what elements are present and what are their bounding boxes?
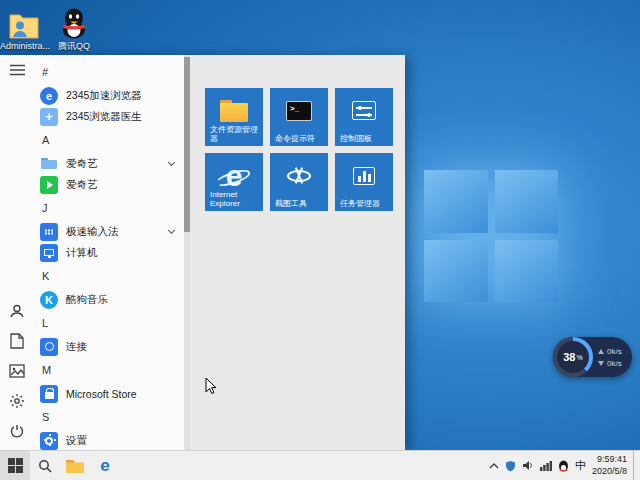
qq-penguin-icon (50, 6, 98, 39)
snipping-tool-icon (286, 166, 312, 186)
store-icon (40, 385, 58, 403)
tile-snipping-tool[interactable]: 截图工具 (270, 153, 328, 211)
app-item-connect[interactable]: 连接 (34, 336, 184, 357)
upload-speed: 0k/s (607, 347, 622, 356)
tile-label: 控制面板 (340, 134, 391, 143)
download-speed: 0k/s (607, 359, 622, 368)
start-button[interactable] (0, 451, 30, 480)
app-item-2345-speed-browser[interactable]: e 2345加速浏览器 (34, 85, 184, 106)
app-group-iqiyi[interactable]: 爱奇艺 (34, 153, 184, 174)
tile-control-panel[interactable]: 控制面板 (335, 88, 393, 146)
file-explorer-button[interactable] (60, 451, 90, 480)
app-list-header-hash[interactable]: # (34, 59, 184, 85)
qq-tray-icon[interactable] (558, 460, 569, 472)
app-list-header-k[interactable]: K (34, 263, 184, 289)
documents-icon[interactable] (0, 326, 34, 356)
app-list-header-a[interactable]: A (34, 127, 184, 153)
qq-penguin-icon (558, 460, 569, 472)
tile-file-explorer[interactable]: 文件资源管理器 (205, 88, 263, 146)
app-item-computer[interactable]: 计算机 (34, 242, 184, 263)
chevron-down-icon (168, 227, 175, 234)
app-label: 设置 (66, 434, 87, 448)
app-list-header-l[interactable]: L (34, 310, 184, 336)
file-explorer-icon (220, 100, 248, 122)
taskbar: e 中 9:59:41 2020/5/8 (0, 450, 640, 480)
desktop[interactable]: Administra... 腾讯QQ 38% 0k/s 0k/s (0, 0, 640, 480)
start-rail (0, 55, 34, 450)
mouse-cursor (205, 377, 217, 399)
desktop-icon-administrator[interactable]: Administra... (0, 6, 48, 51)
control-panel-icon (352, 101, 376, 120)
network-tray-icon[interactable] (540, 461, 552, 471)
app-label: 计算机 (66, 246, 98, 260)
2345-browser-icon: e (40, 87, 58, 105)
app-label: 2345加速浏览器 (66, 89, 142, 103)
taskbar-clock[interactable]: 9:59:41 2020/5/8 (592, 454, 627, 477)
computer-icon (40, 244, 58, 262)
user-icon[interactable] (0, 296, 34, 326)
tile-label: 截图工具 (275, 199, 326, 208)
app-group-jisu-ime[interactable]: 极速输入法 (34, 221, 184, 242)
tile-label: 命令提示符 (275, 134, 326, 143)
tile-label: Internet Explorer (210, 190, 261, 208)
edge-icon: e (100, 456, 109, 476)
gauge-unit: % (577, 354, 583, 361)
user-files-icon (0, 6, 48, 39)
browser-doctor-icon: + (40, 108, 58, 126)
tile-label: 文件资源管理器 (210, 125, 261, 143)
task-manager-icon (353, 167, 375, 185)
hamburger-icon[interactable] (0, 55, 34, 85)
power-icon[interactable] (0, 416, 34, 446)
ime-indicator[interactable]: 中 (575, 458, 586, 473)
app-item-2345-browser-doctor[interactable]: + 2345浏览器医生 (34, 106, 184, 127)
iqiyi-icon (40, 176, 58, 194)
app-label: 2345浏览器医生 (66, 110, 142, 124)
desktop-icon-label: 腾讯QQ (50, 41, 98, 51)
network-speed-widget[interactable]: 38% 0k/s 0k/s (553, 337, 632, 377)
start-tiles-panel: 文件资源管理器 >_ 命令提示符 控制面板 e (190, 55, 405, 450)
show-desktop-button[interactable] (633, 451, 638, 480)
app-list-header-j[interactable]: J (34, 195, 184, 221)
app-item-microsoft-store[interactable]: Microsoft Store (34, 383, 184, 404)
app-item-iqiyi[interactable]: 爱奇艺 (34, 174, 184, 195)
app-label: 极速输入法 (66, 225, 119, 239)
tile-command-prompt[interactable]: >_ 命令提示符 (270, 88, 328, 146)
app-label: 连接 (66, 340, 87, 354)
clock-time: 9:59:41 (592, 454, 627, 465)
connect-icon (40, 338, 58, 356)
volume-tray-icon[interactable] (522, 460, 534, 471)
search-icon (38, 459, 52, 473)
app-list-header-m[interactable]: M (34, 357, 184, 383)
gauge-percent: 38 (563, 351, 575, 363)
security-tray-icon[interactable] (505, 460, 516, 472)
app-list-header-s[interactable]: S (34, 404, 184, 430)
start-app-list: # e 2345加速浏览器 + 2345浏览器医生 A 爱奇艺 爱奇艺 J (34, 55, 184, 450)
start-menu: # e 2345加速浏览器 + 2345浏览器医生 A 爱奇艺 爱奇艺 J (0, 55, 405, 450)
tile-internet-explorer[interactable]: e Internet Explorer (205, 153, 263, 211)
settings-icon[interactable] (0, 386, 34, 416)
shield-icon (505, 460, 516, 472)
app-item-kugou-music[interactable]: K 酷狗音乐 (34, 289, 184, 310)
settings-gear-icon (40, 432, 58, 450)
kugou-icon: K (40, 291, 58, 309)
search-button[interactable] (30, 451, 60, 480)
desktop-icon-qq[interactable]: 腾讯QQ (50, 6, 98, 51)
chevron-up-icon (489, 463, 499, 469)
app-item-settings[interactable]: 设置 (34, 430, 184, 450)
tile-label: 任务管理器 (340, 199, 391, 208)
speaker-icon (522, 460, 534, 471)
app-label: 酷狗音乐 (66, 293, 108, 307)
app-label: Microsoft Store (66, 388, 137, 400)
system-tray: 中 9:59:41 2020/5/8 (489, 451, 640, 480)
edge-button[interactable]: e (90, 451, 120, 480)
pictures-icon[interactable] (0, 356, 34, 386)
app-label: 爱奇艺 (66, 178, 98, 192)
signal-bars-icon (540, 461, 552, 471)
hidden-icons-chevron[interactable] (489, 463, 499, 469)
ime-icon (40, 223, 58, 241)
chevron-down-icon (168, 159, 175, 166)
upload-arrow-icon (598, 349, 604, 354)
ie-icon: e (217, 160, 251, 192)
tile-task-manager[interactable]: 任务管理器 (335, 153, 393, 211)
windows-logo-wallpaper (424, 170, 558, 302)
